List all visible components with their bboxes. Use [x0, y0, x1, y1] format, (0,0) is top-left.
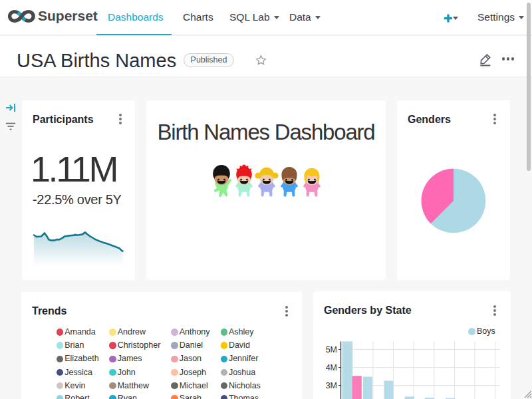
svg-text:3M: 3M — [326, 381, 337, 390]
svg-text:5M: 5M — [326, 345, 337, 354]
svg-text:4M: 4M — [326, 363, 337, 372]
